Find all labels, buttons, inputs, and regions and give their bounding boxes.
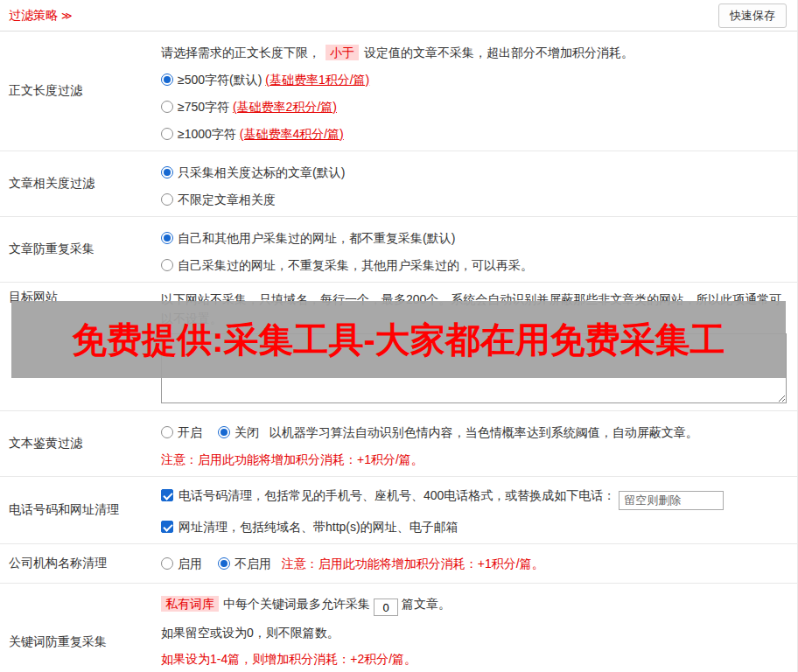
keyword-count-input[interactable] bbox=[374, 598, 398, 616]
checkbox-checked-icon[interactable] bbox=[161, 489, 173, 501]
porn-cost-note: 注意：启用此功能将增加积分消耗：+1积分/篇。 bbox=[161, 450, 787, 469]
radio-icon[interactable] bbox=[161, 101, 173, 113]
company-options: 启用 不启用 注意：启用此功能将增加积分消耗：+1积分/篇。 bbox=[161, 554, 544, 573]
row-label-relevance: 文章相关度过滤 bbox=[0, 151, 150, 216]
length-option-1000[interactable]: ≥1000字符 (基础费率4积分/篇) bbox=[161, 124, 787, 144]
row-keyword-dedupe: 关键词防重复采集 私有词库中每个关键词最多允许采集篇文章。 如果留空或设为0，则… bbox=[0, 584, 797, 672]
replacement-phone-input[interactable] bbox=[619, 491, 724, 510]
porn-desc: 以机器学习算法自动识别色情内容，当色情概率达到系统阈值，自动屏蔽文章。 bbox=[270, 425, 698, 439]
company-option-on[interactable]: 启用 bbox=[161, 556, 202, 570]
radio-icon[interactable] bbox=[218, 557, 230, 570]
dedupe-option-all-users[interactable]: 自己和其他用户采集过的网址，都不重复采集(默认) bbox=[161, 228, 787, 248]
row-porn-filter: 文本鉴黄过滤 开启 关闭 以机器学习算法自动识别色情内容，当色情概率达到系统阈值… bbox=[0, 411, 797, 477]
porn-option-on[interactable]: 开启 bbox=[161, 425, 202, 439]
option-label: 关闭 bbox=[234, 425, 259, 439]
porn-option-off[interactable]: 关闭 bbox=[218, 425, 259, 439]
rate-note: (基础费率1积分/篇) bbox=[265, 73, 369, 87]
row-label-length: 正文长度过滤 bbox=[0, 32, 150, 150]
length-desc-pre: 请选择需求的正文长度下限， bbox=[161, 46, 320, 60]
radio-icon[interactable] bbox=[161, 259, 173, 271]
row-phone-url-cleanup: 电话号码和网址清理 电话号码清理，包括常见的手机号、座机号、400电话格式，或替… bbox=[0, 477, 797, 544]
option-label: 不启用 bbox=[234, 556, 271, 570]
option-label: 启用 bbox=[178, 556, 202, 570]
option-label: ≥1000字符 bbox=[178, 127, 236, 141]
keyword-note-cost: 如果设为1-4篇，则增加积分消耗：+2积分/篇。 bbox=[161, 649, 787, 668]
keyword-limit-text: 中每个关键词最多允许采集 bbox=[223, 597, 370, 611]
page-title[interactable]: 过滤策略 ≫ bbox=[9, 8, 73, 24]
company-option-off[interactable]: 不启用 bbox=[218, 556, 271, 570]
less-than-highlight: 小于 bbox=[326, 45, 359, 60]
watermark-text: 免费提供:采集工具-大家都在用免费采集工 bbox=[72, 316, 725, 364]
quick-save-button[interactable]: 快速保存 bbox=[718, 4, 787, 28]
watermark-banner: 免费提供:采集工具-大家都在用免费采集工 bbox=[11, 301, 786, 378]
company-cost-note: 注意：启用此功能将增加积分消耗：+1积分/篇。 bbox=[282, 556, 544, 570]
page-header: 过滤策略 ≫ 快速保存 bbox=[0, 0, 797, 32]
length-desc: 请选择需求的正文长度下限，小于设定值的文章不采集，超出部分不增加积分消耗。 bbox=[161, 43, 787, 62]
option-label: 不限定文章相关度 bbox=[178, 192, 276, 206]
option-label: 自己和其他用户采集过的网址，都不重复采集(默认) bbox=[178, 231, 455, 245]
length-option-500[interactable]: ≥500字符(默认) (基础费率1积分/篇) bbox=[161, 70, 787, 89]
radio-icon[interactable] bbox=[161, 166, 173, 178]
collapse-chevron-icon[interactable]: ≫ bbox=[61, 10, 73, 22]
page-title-text: 过滤策略 bbox=[9, 8, 58, 24]
rate-note: (基础费率4积分/篇) bbox=[240, 127, 344, 141]
relevance-option-any[interactable]: 不限定文章相关度 bbox=[161, 190, 787, 209]
row-relevance-filter: 文章相关度过滤 只采集相关度达标的文章(默认) 不限定文章相关度 bbox=[0, 151, 797, 217]
keyword-limit-line: 私有词库中每个关键词最多允许采集篇文章。 bbox=[161, 594, 787, 617]
length-option-750[interactable]: ≥750字符 (基础费率2积分/篇) bbox=[161, 97, 787, 116]
radio-icon[interactable] bbox=[161, 426, 173, 438]
option-label: 只采集相关度达标的文章(默认) bbox=[178, 165, 345, 179]
rate-note: (基础费率2积分/篇) bbox=[233, 100, 337, 114]
option-label: ≥500字符(默认) bbox=[178, 73, 262, 87]
filter-strategy-page: 过滤策略 ≫ 快速保存 正文长度过滤 请选择需求的正文长度下限，小于设定值的文章… bbox=[0, 0, 798, 672]
row-label-porn: 文本鉴黄过滤 bbox=[0, 411, 150, 476]
option-label: 网址清理，包括纯域名、带http(s)的网址、电子邮箱 bbox=[178, 520, 458, 534]
keyword-note-zero: 如果留空或设为0，则不限篇数。 bbox=[161, 623, 787, 642]
row-dedupe-filter: 文章防重复采集 自己和其他用户采集过的网址，都不重复采集(默认) 自己采集过的网… bbox=[0, 217, 797, 283]
private-lexicon-highlight: 私有词库 bbox=[161, 596, 219, 612]
dedupe-option-self-only[interactable]: 自己采集过的网址，不重复采集，其他用户采集过的，可以再采。 bbox=[161, 256, 787, 275]
keyword-limit-suffix: 篇文章。 bbox=[402, 597, 451, 611]
row-label-company: 公司机构名称清理 bbox=[0, 544, 150, 583]
checkbox-checked-icon[interactable] bbox=[161, 521, 173, 533]
phone-cleanup-option[interactable]: 电话号码清理，包括常见的手机号、座机号、400电话格式，或替换成如下电话： bbox=[161, 486, 787, 510]
relevance-option-strict[interactable]: 只采集相关度达标的文章(默认) bbox=[161, 163, 787, 182]
option-label: 开启 bbox=[178, 425, 202, 439]
row-label-dedupe: 文章防重复采集 bbox=[0, 217, 150, 282]
radio-icon[interactable] bbox=[161, 193, 173, 206]
radio-icon[interactable] bbox=[161, 128, 173, 140]
option-label: ≥750字符 bbox=[178, 100, 229, 114]
row-label-phone-url: 电话号码和网址清理 bbox=[0, 477, 150, 543]
row-length-filter: 正文长度过滤 请选择需求的正文长度下限，小于设定值的文章不采集，超出部分不增加积… bbox=[0, 32, 797, 151]
length-desc-post: 设定值的文章不采集，超出部分不增加积分消耗。 bbox=[364, 46, 634, 60]
option-label: 自己采集过的网址，不重复采集，其他用户采集过的，可以再采。 bbox=[178, 258, 533, 272]
radio-icon[interactable] bbox=[218, 426, 230, 438]
radio-icon[interactable] bbox=[161, 232, 173, 244]
radio-icon[interactable] bbox=[161, 557, 173, 570]
row-label-keyword: 关键词防重复采集 bbox=[0, 584, 150, 672]
radio-icon[interactable] bbox=[161, 74, 173, 86]
url-cleanup-option[interactable]: 网址清理，包括纯域名、带http(s)的网址、电子邮箱 bbox=[161, 517, 787, 536]
option-label: 电话号码清理，包括常见的手机号、座机号、400电话格式，或替换成如下电话： bbox=[178, 488, 615, 502]
row-company-cleanup: 公司机构名称清理 启用 不启用 注意：启用此功能将增加积分消耗：+1积分/篇。 bbox=[0, 544, 797, 584]
porn-options: 开启 关闭 以机器学习算法自动识别色情内容，当色情概率达到系统阈值，自动屏蔽文章… bbox=[161, 423, 787, 442]
